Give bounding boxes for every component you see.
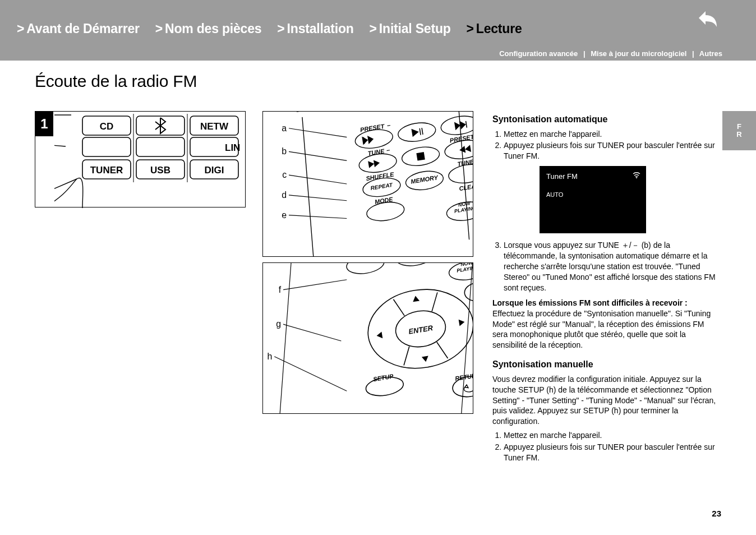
svg-text:−: − bbox=[386, 146, 391, 154]
auto-tuning-steps: Mettez en marche l'appareil. Appuyez plu… bbox=[492, 129, 717, 162]
breadcrumb-item[interactable]: >Installation bbox=[277, 21, 353, 36]
svg-text:SETUP: SETUP bbox=[372, 372, 394, 382]
figure-remote-navpad: MODE ORY CLEAR NOW PLAYING bbox=[262, 262, 473, 414]
svg-line-56 bbox=[401, 347, 412, 366]
svg-line-42 bbox=[289, 215, 347, 219]
undo-icon[interactable] bbox=[689, 6, 722, 31]
list-item: Lorsque vous appuyez sur TUNE ＋/－ (b) de… bbox=[504, 240, 717, 293]
breadcrumb-item-current[interactable]: >Lecture bbox=[467, 21, 522, 36]
callout-a: a bbox=[282, 123, 287, 133]
breadcrumb-item[interactable]: >Nom des pièces bbox=[155, 21, 262, 36]
top-bar: >Avant de Démarrer >Nom des pièces >Inst… bbox=[0, 0, 756, 61]
svg-line-38 bbox=[289, 128, 347, 137]
svg-point-59 bbox=[463, 281, 473, 302]
page-title: Écoute de la radio FM bbox=[35, 72, 197, 91]
device-network-button: NETW bbox=[200, 121, 229, 132]
bluetooth-icon bbox=[155, 118, 165, 133]
svg-point-44 bbox=[395, 263, 435, 268]
svg-text:PRESET: PRESET bbox=[359, 123, 385, 133]
breadcrumb: >Avant de Démarrer >Nom des pièces >Inst… bbox=[17, 21, 522, 36]
svg-line-54 bbox=[393, 298, 404, 317]
heading-auto-tuning: Syntonisation automatique bbox=[492, 113, 717, 126]
page-number: 23 bbox=[712, 509, 721, 518]
svg-point-43 bbox=[345, 263, 386, 276]
svg-text:−: − bbox=[386, 122, 391, 129]
callout-c: c bbox=[282, 170, 287, 179]
language-tab[interactable]: F R bbox=[722, 111, 756, 150]
subheading-difficult: Lorsque les émissions FM sont difficiles… bbox=[492, 298, 688, 307]
figure-device-top: 1 CD NETW LIN bbox=[35, 111, 246, 207]
subnav-link[interactable]: Mise à jour du micrologiciel bbox=[591, 49, 686, 58]
svg-rect-3 bbox=[136, 137, 185, 156]
subnav-link[interactable]: Configuration avancée bbox=[499, 49, 578, 58]
callout-b: b bbox=[282, 146, 287, 156]
subnav-separator: | bbox=[583, 49, 586, 58]
device-digital-button: DIGI bbox=[205, 165, 224, 176]
wifi-icon bbox=[633, 172, 640, 178]
device-usb-button: USB bbox=[150, 165, 170, 176]
svg-line-40 bbox=[289, 175, 347, 184]
svg-point-68 bbox=[636, 177, 637, 178]
callout-d: d bbox=[282, 190, 287, 200]
figure-remote-top: PRESET− PRESET+ TUNE− TUNE+ SHUFFLE REPE… bbox=[262, 111, 473, 257]
callout-g: g bbox=[276, 319, 281, 329]
list-item: Mettez en marche l'appareil. bbox=[504, 430, 717, 441]
breadcrumb-item[interactable]: >Avant de Démarrer bbox=[17, 21, 140, 36]
device-cd-button: CD bbox=[100, 121, 114, 132]
subnav-separator: | bbox=[692, 49, 694, 58]
list-item: Appuyez plusieurs fois sur TUNER pour ba… bbox=[504, 140, 717, 162]
svg-text:MODE: MODE bbox=[374, 196, 394, 205]
callout-f: f bbox=[279, 285, 282, 294]
subnav-link[interactable]: Autres bbox=[699, 49, 722, 58]
display-line: AUTO bbox=[546, 191, 639, 199]
sub-nav: Configuration avancée | Mise à jour du m… bbox=[499, 49, 722, 58]
device-line-button: LIN bbox=[225, 142, 240, 153]
manual-tuning-steps: Mettez en marche l'appareil. Appuyez plu… bbox=[492, 430, 717, 463]
svg-text:TUNE: TUNE bbox=[367, 147, 385, 157]
list-item: Appuyez plusieurs fois sur TUNER pour ba… bbox=[504, 442, 717, 463]
device-tuner-button: TUNER bbox=[90, 165, 123, 176]
svg-text:CLEAR: CLEAR bbox=[459, 182, 473, 192]
figure-number-badge: 1 bbox=[35, 112, 53, 136]
svg-line-66 bbox=[283, 324, 341, 341]
svg-line-39 bbox=[289, 151, 347, 160]
text-column: Syntonisation automatique Mettez en marc… bbox=[492, 113, 717, 468]
heading-manual-tuning: Syntonisation manuelle bbox=[492, 358, 717, 371]
svg-line-55 bbox=[429, 292, 440, 311]
svg-text:MEMORY: MEMORY bbox=[411, 174, 440, 185]
svg-text:REPEAT: REPEAT bbox=[370, 182, 394, 191]
auto-tuning-steps-cont: Lorsque vous appuyez sur TUNE ＋/－ (b) de… bbox=[492, 240, 717, 293]
svg-rect-37 bbox=[417, 153, 425, 160]
callout-e: e bbox=[282, 210, 287, 220]
svg-line-67 bbox=[274, 357, 347, 391]
svg-rect-1 bbox=[82, 137, 131, 156]
body-text: Vous devrez modifier la configuration in… bbox=[492, 374, 717, 427]
svg-line-57 bbox=[437, 341, 448, 360]
breadcrumb-item[interactable]: >Initial Setup bbox=[370, 21, 451, 36]
svg-text:TUNE: TUNE bbox=[457, 158, 473, 168]
body-text: Effectuez la procédure de "Syntonisation… bbox=[492, 309, 711, 350]
callout-h: h bbox=[267, 352, 272, 361]
svg-line-41 bbox=[289, 195, 347, 201]
display-line: Tuner FM bbox=[546, 172, 639, 182]
svg-line-65 bbox=[283, 280, 347, 290]
svg-text:ENTER: ENTER bbox=[408, 324, 434, 336]
device-display-mock: Tuner FM AUTO bbox=[540, 166, 646, 233]
list-item: Mettez en marche l'appareil. bbox=[504, 129, 717, 140]
